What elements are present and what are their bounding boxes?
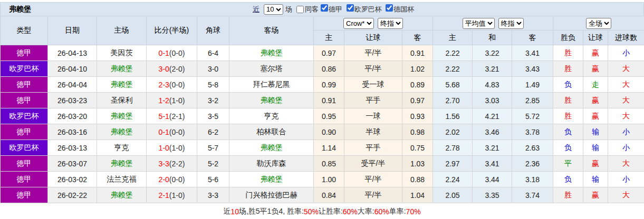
avg-draw-odds: 4.21 [473,108,512,124]
average-final-select[interactable]: 终指 [498,18,524,29]
over-rate-value: 60% [374,207,389,216]
result-goals: 大 [608,61,644,77]
league-badge: 德甲 [1,172,48,187]
corner-score: 3-5 [197,108,229,124]
home-team: 美因茨 [97,45,147,61]
league-badge: 德甲 [1,124,48,140]
away-team: 弗赖堡 [229,140,314,156]
avg-away-odds: 2.63 [512,140,553,156]
league-badge: 欧罗巴杯 [1,108,48,124]
crow-away-odds: 1.03 [402,156,433,172]
odd-rate-value: 70% [406,207,421,216]
league-badge: 德甲 [1,156,48,172]
avg-home-odds: 2.24 [433,172,473,187]
halftime-score: (1-0) [169,144,185,152]
fulltime-score: 1-2 [159,96,169,105]
away-team: 拜仁慕尼黑 [229,77,314,93]
bookmaker-final-select[interactable]: 终指 [378,18,403,29]
result-handicap: 赢 [583,93,608,108]
match-date: 26-03-20 [48,108,97,124]
crow-handicap: 半球 [344,124,402,140]
match-date: 26-04-10 [48,61,97,77]
result-handicap: 输 [583,124,608,140]
halftime-score: (1-0) [169,96,185,105]
halftime-score: (0-0) [169,175,185,184]
home-team: 弗赖堡 [97,156,147,172]
bookmaker-select-group: Crow* 终指 [314,16,433,31]
crow-home-odds: 1.14 [314,140,344,156]
fulltime-score: 2-1 [159,191,169,200]
match-date: 26-03-07 [48,156,97,172]
filter-dfb-pokal-checkbox[interactable] [386,4,393,12]
average-select[interactable]: 平均值 [463,18,495,29]
score-cell: 3-3(2-2) [147,156,197,172]
handicap-rate-label: 让胜率: [319,207,343,216]
result-goals: 小 [608,140,644,156]
avg-home-odds: 5.68 [433,77,473,93]
score-cell: 0-1(0-0) [147,45,197,61]
avg-away-odds: 1.49 [512,77,553,93]
corner-score: 3-2 [197,93,229,108]
scope-select[interactable]: 全场 [586,18,611,29]
result-wdl: 胜 [553,108,583,124]
recent-link[interactable]: 近 [253,5,259,14]
avg-draw-odds: 3.35 [473,187,512,203]
crow-away-odds: 0.75 [402,140,433,156]
away-team: 弗赖堡 [229,93,314,108]
recent-count-select[interactable]: 10 [264,4,283,15]
home-team: 亨克 [97,140,147,156]
score-cell: 2-0(0-0) [147,172,197,187]
col-header-away: 客场 [229,16,314,45]
col-header-type: 类型 [1,16,48,45]
home-team: 弗赖堡 [97,187,147,203]
bookmaker-select[interactable]: Crow* [343,18,374,29]
result-handicap: 赢 [583,187,608,203]
avg-draw-odds: 3.03 [473,93,512,108]
crow-away-odds: 0.98 [402,124,433,140]
table-row: 德甲 26-04-13 美因茨 0-1(0-0) 6-4 弗赖堡 0.97 平/… [1,45,644,61]
corner-score: 5-8 [197,77,229,93]
avg-home-odds: 2.78 [433,140,473,156]
table-row: 德甲 26-03-16 弗赖堡 0-1(0-0) 6-2 柏林联合 0.90 半… [1,124,644,140]
col-header-avg-draw: 和 [473,31,512,45]
result-wdl: 平 [553,156,583,172]
match-history-table: 类型 日期 主场 比分(半场) 角球 客场 Crow* 终指 平均值 终指 [0,16,644,203]
match-date: 26-04-13 [48,45,97,61]
away-team: 塞尔塔 [229,61,314,77]
crow-away-odds: 0.89 [402,77,433,93]
avg-away-odds: 3.43 [512,61,553,77]
away-team: 弗赖堡 [229,172,314,187]
crow-handicap: 平/半 [344,61,402,77]
crow-home-odds: 0.90 [314,124,344,140]
crow-handicap: 平手 [344,93,402,108]
avg-away-odds: 3.41 [512,45,553,61]
result-wdl: 胜 [553,187,583,203]
same-away-label: 同客 [305,5,319,14]
avg-away-odds: 3.74 [512,187,553,203]
fulltime-score: 0-1 [159,49,169,57]
fulltime-score: 0-1 [159,128,169,136]
crow-handicap: 平手 [344,140,402,156]
col-header-score: 比分(半场) [147,16,197,45]
fulltime-score: 2-3 [159,81,169,89]
result-wdl: 胜 [553,61,583,77]
odd-rate-label: 单率: [389,207,406,216]
filter-bundesliga-checkbox[interactable] [321,4,328,12]
fulltime-score: 5-1 [159,112,169,121]
avg-home-odds: 2.02 [433,124,473,140]
halftime-score: (2-1) [169,112,185,121]
same-away-checkbox[interactable] [296,6,304,13]
home-team: 弗赖堡 [97,77,147,93]
table-row: 欧罗巴杯 26-03-20 弗赖堡 5-1(2-1) 3-5 亨克 0.95 一… [1,108,644,124]
average-select-group: 平均值 终指 [433,16,553,31]
col-header-corner: 角球 [197,16,229,45]
result-goals: 大 [608,77,644,93]
avg-draw-odds: 3.44 [473,172,512,187]
filter-europa-checkbox[interactable] [347,4,354,12]
col-header-odds-home: 主 [314,31,344,45]
halftime-score: (2-2) [169,160,185,168]
crow-home-odds: 0.91 [314,93,344,108]
crow-handicap: 一球 [344,108,402,124]
summary-text: 近 [223,207,230,216]
away-team: 勒沃库森 [229,156,314,172]
